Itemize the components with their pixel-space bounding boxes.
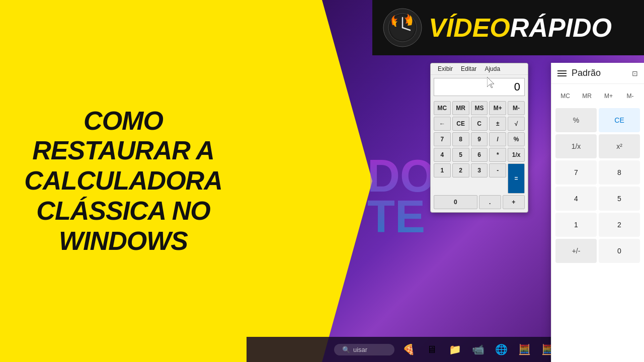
btn-7[interactable]: 7 (434, 132, 451, 146)
modern-btn-5[interactable]: 5 (599, 187, 640, 211)
modern-btn-0[interactable]: 0 (599, 239, 640, 263)
btn-ce[interactable]: CE (452, 117, 469, 131)
btn-equals[interactable]: = (508, 163, 525, 194)
calc-classic-menubar: Exibir Editar Ajuda (431, 63, 528, 75)
btn-1[interactable]: 1 (434, 163, 451, 177)
calc-row-memory: MC MR MS M+ M- (434, 101, 525, 115)
btn-9[interactable]: 9 (471, 132, 488, 146)
btn-ms[interactable]: MS (471, 101, 488, 115)
calc-classic-display: 0 (434, 78, 525, 96)
watermark-text: DO TE (367, 156, 435, 237)
btn-mminus[interactable]: M- (508, 101, 525, 115)
btn-5[interactable]: 5 (452, 148, 469, 162)
brand-video-label: VÍDEO (429, 13, 510, 43)
modern-row-78: 7 8 (555, 160, 640, 185)
btn-0[interactable]: 0 (434, 195, 477, 209)
btn-c[interactable]: C (471, 117, 488, 131)
modern-row-12: 1 2 (555, 213, 640, 237)
btn-mplus[interactable]: M+ (489, 101, 506, 115)
calc-modern-header: Padrão ⊡ (551, 63, 644, 84)
modern-btn-1[interactable]: 1 (555, 213, 597, 237)
brand-rapido-label: RÁPIDO (510, 13, 612, 43)
modern-row-inv-sq: 1/x x² (555, 134, 640, 158)
main-title: COMO RESTAURAR A CALCULADORA CLÁSSICA NO… (20, 106, 226, 256)
calc-modern-memory-row: MC MR M+ M- (555, 88, 640, 106)
modern-btn-mplus[interactable]: M+ (599, 88, 618, 104)
btn-plus[interactable]: + (503, 195, 525, 209)
taskbar-item-chrome[interactable]: 🌐 (492, 340, 510, 358)
calc-row-456: 4 5 6 * 1/x (434, 148, 525, 162)
btn-backspace[interactable]: ← (434, 117, 451, 131)
hamburger-icon[interactable] (557, 70, 567, 76)
taskbar-item-calc1[interactable]: 🧮 (515, 340, 533, 358)
modern-btn-sq[interactable]: x² (599, 134, 640, 158)
btn-plusminus[interactable]: ± (489, 117, 506, 131)
btn-divide[interactable]: / (489, 132, 506, 146)
search-placeholder-text: uisar (353, 346, 367, 353)
modern-btn-ce[interactable]: CE (599, 108, 640, 132)
btn-mc[interactable]: MC (434, 101, 451, 115)
search-icon: 🔍 (342, 346, 350, 353)
svg-marker-5 (487, 77, 494, 88)
brand-text: VÍDEO RÁPIDO (429, 13, 612, 43)
btn-percent[interactable]: % (508, 132, 525, 146)
calc-row-789: 7 8 9 / % (434, 132, 525, 146)
brand-logo-icon (382, 8, 423, 48)
calc-classic: Exibir Editar Ajuda 0 MC MR MS M+ M- ← C… (430, 63, 528, 213)
taskbar-search[interactable]: 🔍 uisar (334, 344, 394, 355)
calc-modern: Padrão ⊡ MC MR M+ M- % CE 1/x x² 7 8 4 5 (551, 63, 644, 362)
taskbar-item-camera[interactable]: 📹 (469, 340, 487, 358)
modern-btn-8[interactable]: 8 (599, 160, 640, 185)
taskbar-item-pizza[interactable]: 🍕 (399, 340, 418, 358)
modern-btn-7[interactable]: 7 (555, 160, 597, 185)
modern-row-pct-ce: % CE (555, 108, 640, 132)
modern-btn-percent[interactable]: % (555, 108, 597, 132)
btn-3[interactable]: 3 (471, 163, 488, 177)
modern-btn-4[interactable]: 4 (555, 187, 597, 211)
modern-btn-inv[interactable]: 1/x (555, 134, 597, 158)
calc-classic-buttons: MC MR MS M+ M- ← CE C ± √ 7 8 9 / % 4 5 … (431, 99, 528, 212)
expand-icon[interactable]: ⊡ (632, 69, 638, 77)
btn-multiply[interactable]: * (489, 148, 506, 162)
modern-btn-mr[interactable]: MR (577, 88, 597, 104)
modern-row-pm-0: +/- 0 (555, 239, 640, 263)
calc-row-123: 1 2 3 - = (434, 163, 525, 194)
taskbar-item-folder[interactable]: 📁 (446, 340, 464, 358)
modern-row-45: 4 5 (555, 187, 640, 211)
modern-btn-mminus[interactable]: M- (620, 88, 640, 104)
modern-btn-pm[interactable]: +/- (555, 239, 597, 263)
brand-bar: VÍDEO RÁPIDO (372, 0, 644, 55)
modern-btn-2[interactable]: 2 (599, 213, 640, 237)
cursor (487, 77, 495, 88)
menu-editar[interactable]: Editar (457, 64, 480, 73)
btn-mr[interactable]: MR (452, 101, 469, 115)
left-panel: COMO RESTAURAR A CALCULADORA CLÁSSICA NO… (0, 0, 247, 362)
btn-8[interactable]: 8 (452, 132, 469, 146)
calc-modern-body: MC MR M+ M- % CE 1/x x² 7 8 4 5 1 2 (551, 84, 644, 267)
menu-exibir[interactable]: Exibir (434, 64, 457, 73)
calc-row-control: ← CE C ± √ (434, 117, 525, 131)
btn-reciprocal[interactable]: 1/x (508, 148, 525, 162)
btn-minus[interactable]: - (489, 163, 506, 177)
menu-ajuda[interactable]: Ajuda (480, 64, 504, 73)
calc-row-0: 0 . + (434, 195, 525, 209)
btn-sqrt[interactable]: √ (508, 117, 525, 131)
btn-decimal[interactable]: . (479, 195, 501, 209)
calc-modern-title: Padrão (572, 68, 627, 78)
btn-6[interactable]: 6 (471, 148, 488, 162)
taskbar-item-desktop[interactable]: 🖥 (423, 340, 441, 358)
modern-btn-mc[interactable]: MC (555, 88, 575, 104)
btn-2[interactable]: 2 (452, 163, 469, 177)
btn-4[interactable]: 4 (434, 148, 451, 162)
